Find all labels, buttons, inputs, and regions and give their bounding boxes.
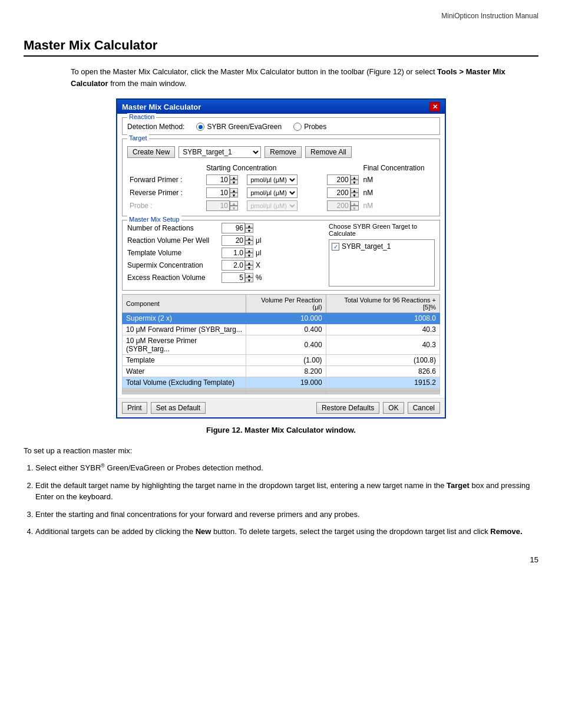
supermix-conc-label: Supermix Concentration	[127, 261, 222, 269]
row-total-vol	[326, 391, 439, 394]
num-reactions-input[interactable]	[222, 223, 245, 233]
reverse-final-input[interactable]	[327, 187, 351, 198]
probe-start-unit: pmol/μl (μM)	[247, 200, 297, 211]
final-conc-header: Final Concentration	[361, 163, 435, 173]
template-vol-unit: μl	[256, 249, 262, 257]
master-mix-group: Master Mix Setup Number of Reactions ▲ ▼	[122, 220, 440, 291]
col-vol-per-rxn: Volume Per Reaction (μl)	[246, 295, 326, 313]
reverse-final-unit: nM	[361, 186, 435, 199]
print-button[interactable]: Print	[122, 402, 147, 414]
rxn-vol-input[interactable]	[222, 235, 245, 246]
supermix-conc-down[interactable]: ▼	[245, 265, 253, 270]
radio-sybr-dot[interactable]	[196, 123, 204, 131]
row-component: Total Volume (Excluding Template)	[123, 377, 246, 388]
num-reactions-down[interactable]: ▼	[245, 228, 253, 233]
radio-probes-dot[interactable]	[293, 123, 302, 131]
excess-rxn-down[interactable]: ▼	[245, 278, 253, 282]
forward-start-input[interactable]	[206, 174, 230, 185]
rxn-vol-unit: μl	[256, 236, 262, 245]
supermix-conc-unit: X	[256, 261, 260, 269]
rxn-vol-up[interactable]: ▲	[245, 236, 253, 241]
row-total-vol: 1915.2	[326, 377, 439, 388]
row-component: Template	[123, 355, 246, 366]
sybr-checkbox[interactable]: ✓	[332, 243, 339, 251]
forward-start-up[interactable]: ▲	[230, 175, 238, 180]
rxn-vol-spinner: ▲ ▼	[222, 235, 253, 246]
remove-button[interactable]: Remove	[265, 146, 302, 158]
row-total-vol: 826.6	[326, 366, 439, 377]
ok-button[interactable]: OK	[383, 402, 404, 414]
step-1: Select either SYBR® Green/EvaGreen or Pr…	[35, 462, 538, 474]
excess-rxn-unit: %	[256, 274, 262, 282]
row-vol-per-rxn: 0.400	[246, 335, 326, 355]
row-component: 10 μM Reverse Primer (SYBR_targ...	[123, 335, 246, 355]
reverse-start-unit[interactable]: pmol/μl (μM)	[247, 187, 297, 198]
dialog-footer: Print Set as Default Restore Defaults OK…	[117, 398, 445, 417]
restore-defaults-button[interactable]: Restore Defaults	[316, 402, 379, 414]
close-button[interactable]: ✕	[429, 102, 440, 111]
excess-rxn-input[interactable]	[222, 272, 245, 283]
set-default-button[interactable]: Set as Default	[151, 402, 206, 414]
setup-left: Number of Reactions ▲ ▼ Reaction Volume …	[127, 223, 324, 286]
radio-probes[interactable]: Probes	[293, 123, 326, 131]
probe-final-input	[327, 200, 351, 211]
radio-sybr[interactable]: SYBR Green/EvaGreen	[196, 123, 282, 131]
create-new-button[interactable]: Create New	[127, 146, 175, 158]
forward-start-spinner-btns: ▲ ▼	[230, 175, 238, 185]
master-mix-label: Master Mix Setup	[127, 216, 181, 223]
section-title: Master Mix Calculator	[24, 38, 538, 57]
sybr-item[interactable]: ✓ SYBR_target_1	[332, 242, 432, 251]
setup-area: Number of Reactions ▲ ▼ Reaction Volume …	[127, 223, 435, 286]
table-row: Supermix (2 x) 10.000 1008.0	[123, 313, 440, 324]
template-vol-down[interactable]: ▼	[245, 253, 253, 258]
forward-start-down[interactable]: ▼	[230, 180, 238, 185]
supermix-conc-input[interactable]	[222, 260, 245, 271]
rxn-vol-down[interactable]: ▼	[245, 241, 253, 245]
reverse-start-down[interactable]: ▼	[230, 193, 238, 197]
probe-label: Probe :	[127, 199, 204, 212]
cancel-button[interactable]: Cancel	[408, 402, 440, 414]
reverse-final-up[interactable]: ▲	[351, 188, 359, 193]
results-table: Component Volume Per Reaction (μl) Total…	[122, 294, 440, 394]
excess-rxn-spinner: ▲ ▼	[222, 272, 253, 283]
row-vol-per-rxn: 19.000	[246, 377, 326, 388]
template-vol-input[interactable]	[222, 248, 245, 258]
table-row: Total Volume (Excluding Template) 19.000…	[123, 377, 440, 388]
reverse-final-spinner: ▲ ▼	[327, 187, 359, 198]
master-mix-dialog: Master Mix Calculator ✕ Reaction Detecti…	[116, 98, 446, 419]
forward-final-down[interactable]: ▼	[351, 180, 359, 185]
reverse-final-down[interactable]: ▼	[351, 193, 359, 197]
forward-primer-row: Forward Primer : ▲ ▼	[127, 173, 435, 186]
reverse-start-input[interactable]	[206, 187, 230, 198]
template-vol-up[interactable]: ▲	[245, 248, 253, 253]
num-reactions-row: Number of Reactions ▲ ▼	[127, 223, 324, 233]
target-dropdown[interactable]: SYBR_target_1	[178, 146, 261, 158]
step-4: Additional targets can be added by click…	[35, 526, 538, 538]
row-total-vol: 40.3	[326, 324, 439, 335]
num-reactions-up[interactable]: ▲	[245, 223, 253, 228]
sybr-list: ✓ SYBR_target_1	[329, 239, 435, 286]
step-2: Edit the default target name by highligh…	[35, 480, 538, 503]
forward-final-input[interactable]	[327, 174, 351, 185]
dialog-titlebar: Master Mix Calculator ✕	[117, 100, 445, 114]
probe-start-up: ▲	[230, 201, 238, 206]
row-vol-per-rxn: 10.000	[246, 313, 326, 324]
row-total-vol: (100.8)	[326, 355, 439, 366]
page-number: 15	[24, 555, 538, 564]
radio-probes-label: Probes	[304, 123, 326, 131]
reaction-group: Reaction Detection Method: SYBR Green/Ev…	[122, 117, 440, 135]
probe-final-up: ▲	[351, 201, 359, 206]
row-vol-per-rxn: 8.200	[246, 366, 326, 377]
excess-rxn-up[interactable]: ▲	[245, 273, 253, 278]
forward-start-unit[interactable]: pmol/μl (μM)	[247, 174, 297, 185]
excess-rxn-label: Excess Reaction Volume	[127, 274, 222, 282]
reverse-start-up[interactable]: ▲	[230, 188, 238, 193]
remove-all-button[interactable]: Remove All	[305, 146, 352, 158]
probe-start-spinner-btns: ▲ ▼	[230, 201, 238, 210]
template-vol-spinner: ▲ ▼	[222, 248, 253, 258]
forward-final-up[interactable]: ▲	[351, 175, 359, 180]
num-reactions-label: Number of Reactions	[127, 224, 222, 232]
supermix-conc-up[interactable]: ▲	[245, 261, 253, 265]
row-vol-per-rxn	[246, 391, 326, 394]
reverse-final-spinner-btns: ▲ ▼	[351, 188, 359, 197]
